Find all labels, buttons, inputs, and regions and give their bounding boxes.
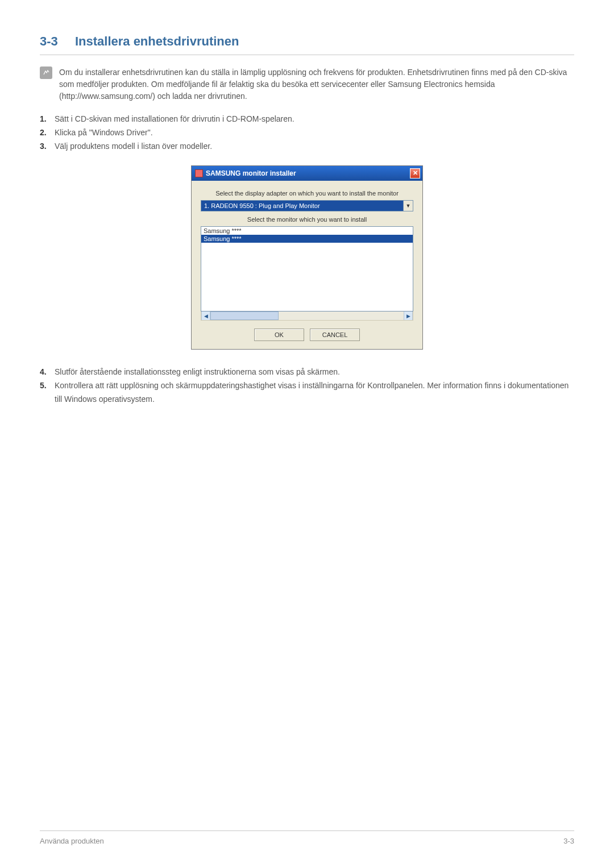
cancel-button[interactable]: CANCEL [310,329,360,341]
scroll-thumb[interactable] [210,312,279,320]
steps-list-a: Sätt i CD-skivan med installationen för … [40,113,574,153]
close-icon[interactable]: ✕ [410,168,420,178]
adapter-selected: 1. RADEON 9550 : Plug and Play Monitor [201,200,403,211]
list-item: Sätt i CD-skivan med installationen för … [40,113,574,126]
adapter-label: Select the display adapter on which you … [201,190,413,197]
ok-button[interactable]: OK [254,329,304,341]
footer-left: Använda produkten [40,837,104,845]
steps-list-b: Slutför återstående installationssteg en… [40,366,574,406]
list-item: Klicka på "Windows Driver". [40,126,574,140]
scroll-left-icon[interactable]: ◀ [201,312,210,320]
list-item[interactable]: Samsung **** [201,235,413,243]
horizontal-scrollbar[interactable]: ◀ ▶ [201,312,413,321]
section-title: Installera enhetsdrivrutinen [75,34,239,48]
list-item: Slutför återstående installationssteg en… [40,366,574,379]
dialog-title: SAMSUNG monitor installer [206,169,296,177]
app-icon [195,169,203,177]
note-block: Om du installerar enhetsdrivrutinen kan … [40,67,574,102]
scroll-track[interactable] [210,312,404,320]
footer-right: 3-3 [563,837,574,845]
monitor-label: Select the monitor which you want to ins… [201,216,413,223]
monitor-listbox[interactable]: Samsung **** Samsung **** [201,226,413,312]
list-item: Kontrollera att rätt upplösning och skär… [40,379,574,406]
chevron-down-icon[interactable]: ▼ [403,200,413,211]
scroll-right-icon[interactable]: ▶ [404,312,413,320]
page-footer: Använda produkten 3-3 [40,830,574,845]
list-item: Välj produktens modell i listan över mod… [40,140,574,153]
list-item[interactable]: Samsung **** [201,227,413,235]
section-heading: 3-3 Installera enhetsdrivrutinen [40,34,574,55]
dialog-titlebar: SAMSUNG monitor installer ✕ [192,166,422,181]
installer-dialog: SAMSUNG monitor installer ✕ Select the d… [191,165,423,350]
note-text: Om du installerar enhetsdrivrutinen kan … [59,67,574,102]
note-icon [40,67,52,79]
adapter-combobox[interactable]: 1. RADEON 9550 : Plug and Play Monitor ▼ [201,200,413,211]
section-number: 3-3 [40,34,58,48]
